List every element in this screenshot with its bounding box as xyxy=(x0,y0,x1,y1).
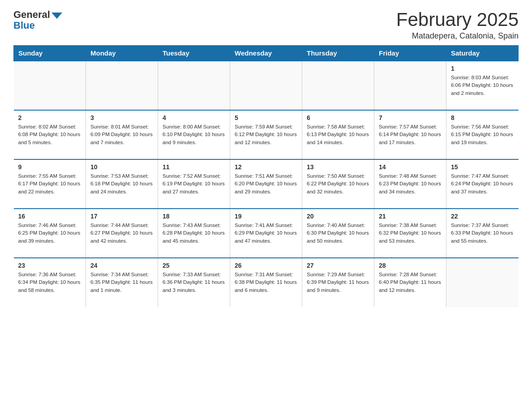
day-number: 4 xyxy=(163,114,225,121)
day-info: Sunrise: 8:00 AM Sunset: 6:10 PM Dayligh… xyxy=(163,123,225,146)
day-info: Sunrise: 7:59 AM Sunset: 6:12 PM Dayligh… xyxy=(235,123,297,146)
calendar-cell: 14Sunrise: 7:48 AM Sunset: 6:23 PM Dayli… xyxy=(374,159,446,209)
day-header-tuesday: Tuesday xyxy=(158,46,230,61)
calendar-cell: 13Sunrise: 7:50 AM Sunset: 6:22 PM Dayli… xyxy=(302,159,374,209)
day-info: Sunrise: 7:31 AM Sunset: 6:38 PM Dayligh… xyxy=(235,271,297,294)
calendar-cell: 17Sunrise: 7:44 AM Sunset: 6:27 PM Dayli… xyxy=(86,209,158,258)
calendar-cell: 20Sunrise: 7:40 AM Sunset: 6:30 PM Dayli… xyxy=(302,209,374,258)
calendar-cell xyxy=(158,61,230,110)
calendar-cell xyxy=(86,61,158,110)
day-info: Sunrise: 7:37 AM Sunset: 6:33 PM Dayligh… xyxy=(451,222,514,245)
day-info: Sunrise: 7:28 AM Sunset: 6:40 PM Dayligh… xyxy=(379,271,442,294)
calendar-cell: 8Sunrise: 7:56 AM Sunset: 6:15 PM Daylig… xyxy=(446,110,519,159)
day-number: 21 xyxy=(379,213,442,220)
day-info: Sunrise: 7:36 AM Sunset: 6:34 PM Dayligh… xyxy=(18,271,82,294)
calendar-cell: 21Sunrise: 7:38 AM Sunset: 6:32 PM Dayli… xyxy=(374,209,446,258)
day-number: 11 xyxy=(163,163,225,171)
day-number: 22 xyxy=(451,213,514,220)
day-number: 6 xyxy=(307,114,369,121)
logo-general-text: General xyxy=(13,9,50,21)
day-number: 7 xyxy=(379,114,442,121)
calendar-cell: 15Sunrise: 7:47 AM Sunset: 6:24 PM Dayli… xyxy=(446,159,519,209)
day-number: 26 xyxy=(235,262,297,269)
day-number: 3 xyxy=(90,114,153,121)
location-text: Matadepera, Catalonia, Spain xyxy=(396,31,519,41)
calendar-cell: 28Sunrise: 7:28 AM Sunset: 6:40 PM Dayli… xyxy=(374,258,446,307)
day-info: Sunrise: 7:44 AM Sunset: 6:27 PM Dayligh… xyxy=(90,222,153,245)
calendar-cell: 12Sunrise: 7:51 AM Sunset: 6:20 PM Dayli… xyxy=(230,159,302,209)
calendar-cell: 7Sunrise: 7:57 AM Sunset: 6:14 PM Daylig… xyxy=(374,110,446,159)
calendar-cell: 10Sunrise: 7:53 AM Sunset: 6:18 PM Dayli… xyxy=(86,159,158,209)
calendar-cell: 26Sunrise: 7:31 AM Sunset: 6:38 PM Dayli… xyxy=(230,258,302,307)
day-number: 10 xyxy=(90,163,153,171)
calendar-cell: 9Sunrise: 7:55 AM Sunset: 6:17 PM Daylig… xyxy=(14,159,86,209)
day-info: Sunrise: 7:55 AM Sunset: 6:17 PM Dayligh… xyxy=(18,172,82,196)
calendar-cell: 6Sunrise: 7:58 AM Sunset: 6:13 PM Daylig… xyxy=(302,110,374,159)
day-number: 13 xyxy=(307,163,369,171)
day-number: 1 xyxy=(451,65,514,72)
day-info: Sunrise: 7:50 AM Sunset: 6:22 PM Dayligh… xyxy=(307,172,369,196)
week-row-2: 2Sunrise: 8:02 AM Sunset: 6:08 PM Daylig… xyxy=(14,110,519,159)
calendar-cell xyxy=(14,61,86,110)
day-number: 17 xyxy=(90,213,153,220)
day-info: Sunrise: 7:58 AM Sunset: 6:13 PM Dayligh… xyxy=(307,123,369,146)
day-info: Sunrise: 7:46 AM Sunset: 6:25 PM Dayligh… xyxy=(18,222,82,245)
day-number: 14 xyxy=(379,163,442,171)
title-block: February 2025 Matadepera, Catalonia, Spa… xyxy=(396,9,519,41)
day-number: 19 xyxy=(235,213,297,220)
day-number: 2 xyxy=(18,114,82,121)
day-info: Sunrise: 7:33 AM Sunset: 6:36 PM Dayligh… xyxy=(163,271,225,294)
day-number: 16 xyxy=(18,213,82,220)
calendar-cell: 24Sunrise: 7:34 AM Sunset: 6:35 PM Dayli… xyxy=(86,258,158,307)
days-header-row: SundayMondayTuesdayWednesdayThursdayFrid… xyxy=(14,46,519,61)
day-info: Sunrise: 7:38 AM Sunset: 6:32 PM Dayligh… xyxy=(379,222,442,245)
day-info: Sunrise: 7:51 AM Sunset: 6:20 PM Dayligh… xyxy=(235,172,297,196)
week-row-3: 9Sunrise: 7:55 AM Sunset: 6:17 PM Daylig… xyxy=(14,159,519,209)
day-info: Sunrise: 7:56 AM Sunset: 6:15 PM Dayligh… xyxy=(451,123,514,146)
day-info: Sunrise: 7:41 AM Sunset: 6:29 PM Dayligh… xyxy=(235,222,297,245)
calendar-cell: 3Sunrise: 8:01 AM Sunset: 6:09 PM Daylig… xyxy=(86,110,158,159)
week-row-5: 23Sunrise: 7:36 AM Sunset: 6:34 PM Dayli… xyxy=(14,258,519,307)
day-number: 27 xyxy=(307,262,369,269)
day-number: 12 xyxy=(235,163,297,171)
calendar-cell: 19Sunrise: 7:41 AM Sunset: 6:29 PM Dayli… xyxy=(230,209,302,258)
day-number: 25 xyxy=(163,262,225,269)
calendar-cell: 22Sunrise: 7:37 AM Sunset: 6:33 PM Dayli… xyxy=(446,209,519,258)
day-info: Sunrise: 8:03 AM Sunset: 6:06 PM Dayligh… xyxy=(451,74,514,97)
day-info: Sunrise: 7:47 AM Sunset: 6:24 PM Dayligh… xyxy=(451,172,514,196)
day-info: Sunrise: 7:57 AM Sunset: 6:14 PM Dayligh… xyxy=(379,123,442,146)
day-info: Sunrise: 7:53 AM Sunset: 6:18 PM Dayligh… xyxy=(90,172,153,196)
day-info: Sunrise: 8:01 AM Sunset: 6:09 PM Dayligh… xyxy=(90,123,153,146)
calendar-cell: 1Sunrise: 8:03 AM Sunset: 6:06 PM Daylig… xyxy=(446,61,519,110)
day-info: Sunrise: 7:48 AM Sunset: 6:23 PM Dayligh… xyxy=(379,172,442,196)
calendar-cell: 11Sunrise: 7:52 AM Sunset: 6:19 PM Dayli… xyxy=(158,159,230,209)
calendar-table: SundayMondayTuesdayWednesdayThursdayFrid… xyxy=(13,45,519,307)
day-header-sunday: Sunday xyxy=(14,46,86,61)
calendar-cell: 16Sunrise: 7:46 AM Sunset: 6:25 PM Dayli… xyxy=(14,209,86,258)
calendar-cell: 23Sunrise: 7:36 AM Sunset: 6:34 PM Dayli… xyxy=(14,258,86,307)
day-header-thursday: Thursday xyxy=(302,46,374,61)
day-number: 18 xyxy=(163,213,225,220)
day-number: 20 xyxy=(307,213,369,220)
calendar-cell xyxy=(302,61,374,110)
day-number: 8 xyxy=(451,114,514,121)
day-header-monday: Monday xyxy=(86,46,158,61)
day-number: 23 xyxy=(18,262,82,269)
day-info: Sunrise: 7:43 AM Sunset: 6:28 PM Dayligh… xyxy=(163,222,225,245)
day-header-wednesday: Wednesday xyxy=(230,46,302,61)
calendar-cell xyxy=(230,61,302,110)
day-info: Sunrise: 7:29 AM Sunset: 6:39 PM Dayligh… xyxy=(307,271,369,294)
page-header: General Blue February 2025 Matadepera, C… xyxy=(13,9,519,41)
day-number: 5 xyxy=(235,114,297,121)
month-title: February 2025 xyxy=(396,9,519,30)
day-info: Sunrise: 7:40 AM Sunset: 6:30 PM Dayligh… xyxy=(307,222,369,245)
logo-blue-text: Blue xyxy=(13,20,35,31)
calendar-cell xyxy=(374,61,446,110)
day-number: 9 xyxy=(18,163,82,171)
logo: General Blue xyxy=(13,9,62,31)
day-number: 24 xyxy=(90,262,153,269)
calendar-cell: 5Sunrise: 7:59 AM Sunset: 6:12 PM Daylig… xyxy=(230,110,302,159)
calendar-cell: 18Sunrise: 7:43 AM Sunset: 6:28 PM Dayli… xyxy=(158,209,230,258)
day-info: Sunrise: 7:34 AM Sunset: 6:35 PM Dayligh… xyxy=(90,271,153,294)
calendar-cell xyxy=(446,258,519,307)
